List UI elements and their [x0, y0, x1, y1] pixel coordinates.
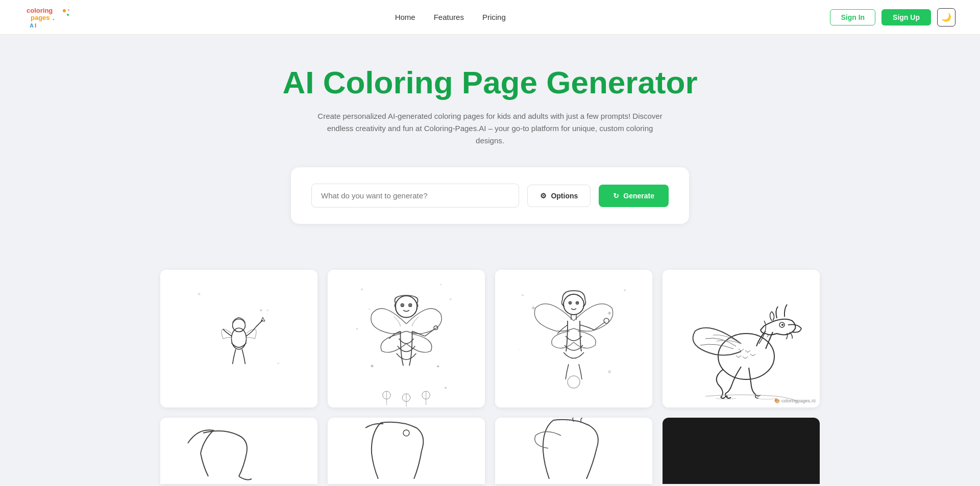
- hero-subtitle: Create personalized AI-generated colorin…: [316, 110, 664, 147]
- svg-text:A: A: [30, 22, 34, 29]
- gallery-item-bottom[interactable]: [495, 418, 652, 484]
- svg-text:✦: ✦: [607, 310, 611, 316]
- options-button[interactable]: ⚙ Options: [527, 185, 591, 207]
- gallery-item[interactable]: ✦ ✦: [328, 270, 485, 407]
- svg-point-42: [522, 294, 524, 296]
- svg-text:✦: ✦: [436, 364, 440, 369]
- svg-text:·: ·: [519, 347, 520, 352]
- svg-text:I: I: [35, 22, 36, 29]
- moon-icon: 🌙: [941, 12, 951, 22]
- svg-point-51: [570, 302, 571, 303]
- svg-marker-7: [67, 9, 70, 11]
- refresh-icon: ↻: [613, 192, 619, 200]
- svg-point-6: [67, 14, 69, 16]
- svg-point-22: [440, 284, 442, 286]
- svg-point-21: [450, 298, 452, 300]
- svg-rect-19: [342, 270, 471, 407]
- signin-button[interactable]: Sign In: [830, 9, 875, 25]
- svg-text:✦: ✦: [197, 291, 202, 298]
- nav-features[interactable]: Features: [434, 13, 464, 21]
- hero-title: AI Coloring Page Generator: [10, 65, 970, 100]
- svg-text:coloring: coloring: [27, 7, 53, 14]
- hero-section: AI Coloring Page Generator Create person…: [0, 35, 980, 270]
- nav-home[interactable]: Home: [395, 13, 415, 21]
- theme-toggle-button[interactable]: 🌙: [937, 8, 955, 27]
- nav-links: Home Features Pricing: [395, 13, 506, 21]
- gallery-item-bottom[interactable]: [328, 418, 485, 484]
- logo[interactable]: coloring pages . A I: [24, 4, 70, 31]
- svg-text:✦: ✦: [370, 363, 375, 369]
- generate-button[interactable]: ↻ Generate: [599, 185, 669, 207]
- generate-input[interactable]: [311, 184, 519, 208]
- gallery-item[interactable]: ✦ ✦ · ✦: [160, 270, 317, 407]
- svg-text:pages: pages: [31, 14, 50, 21]
- svg-point-52: [577, 302, 578, 303]
- svg-text:✦: ✦: [259, 308, 263, 313]
- gallery-grid: ✦ ✦ · ✦: [148, 270, 832, 407]
- generate-label: Generate: [623, 192, 654, 200]
- svg-rect-64: [340, 418, 473, 484]
- navbar: coloring pages . A I Home Features Prici…: [0, 0, 980, 35]
- watermark: 🎨 coloringpages.AI: [774, 398, 816, 403]
- svg-point-20: [361, 289, 363, 291]
- svg-point-24: [356, 328, 358, 330]
- svg-rect-59: [675, 270, 807, 407]
- gallery-item-bottom[interactable]: [160, 418, 317, 484]
- svg-text:·: ·: [266, 313, 267, 318]
- nav-pricing[interactable]: Pricing: [482, 13, 506, 21]
- svg-rect-66: [507, 418, 640, 484]
- svg-point-23: [369, 309, 370, 310]
- svg-text:·: ·: [186, 345, 187, 350]
- navbar-actions: Sign In Sign Up 🌙: [830, 8, 955, 27]
- gallery-item[interactable]: 🎨 coloringpages.AI: [663, 270, 820, 407]
- svg-point-5: [63, 9, 66, 12]
- svg-rect-63: [173, 418, 305, 484]
- generator-box: ⚙ Options ↻ Generate: [291, 167, 689, 224]
- svg-text:✦: ✦: [276, 361, 280, 366]
- gear-icon: ⚙: [540, 192, 547, 200]
- svg-point-29: [409, 304, 411, 306]
- svg-text:.: .: [53, 14, 55, 21]
- svg-point-28: [402, 304, 403, 306]
- options-label: Options: [551, 192, 578, 200]
- gallery-bottom-row: [148, 418, 832, 484]
- svg-point-40: [445, 387, 447, 389]
- svg-point-43: [624, 289, 626, 291]
- signup-button[interactable]: Sign Up: [881, 9, 931, 25]
- svg-rect-8: [170, 270, 308, 407]
- gallery-item[interactable]: ✦ ✦ ·: [495, 270, 652, 407]
- svg-point-62: [781, 324, 783, 326]
- svg-point-47: [608, 370, 611, 373]
- dark-panel: [663, 418, 820, 484]
